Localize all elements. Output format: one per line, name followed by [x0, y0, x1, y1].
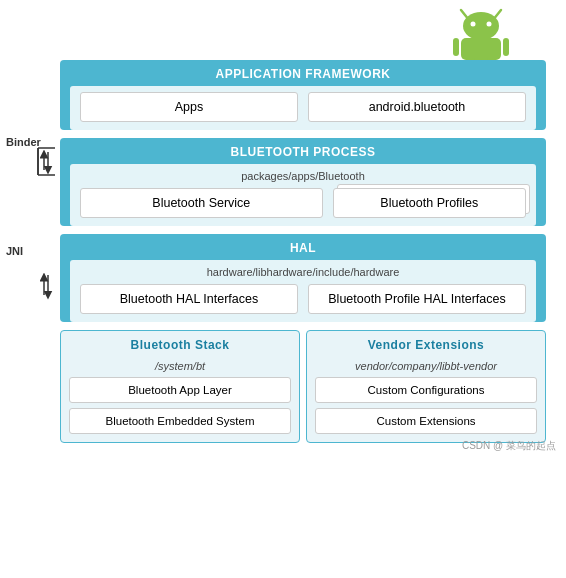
bluetooth-embedded-system-box: Bluetooth Embedded System	[69, 408, 291, 434]
custom-extensions-box: Custom Extensions	[315, 408, 537, 434]
bluetooth-process-section: BLUETOOTH PROCESS packages/apps/Bluetoot…	[60, 138, 546, 226]
hal-section: HAL hardware/libhardware/include/hardwar…	[60, 234, 546, 322]
apps-box: Apps	[80, 92, 298, 122]
bluetooth-service-box: Bluetooth Service	[80, 188, 323, 218]
svg-rect-6	[453, 38, 459, 56]
svg-rect-5	[461, 38, 501, 60]
android-logo	[451, 4, 511, 59]
bluetooth-process-title: BLUETOOTH PROCESS	[60, 138, 546, 164]
app-framework-section: APPLICATION FRAMEWORK Apps android.bluet…	[60, 60, 546, 130]
bluetooth-stack-subtitle: /system/bt	[69, 360, 291, 372]
hal-subtitle: hardware/libhardware/include/hardware	[80, 266, 526, 278]
bluetooth-hal-interfaces-box: Bluetooth HAL Interfaces	[80, 284, 298, 314]
vendor-extensions-subtitle: vendor/company/libbt-vendor	[315, 360, 537, 372]
bottom-sections: Bluetooth Stack /system/bt Bluetooth App…	[60, 330, 546, 443]
bluetooth-profiles-box: Bluetooth Profiles	[333, 188, 526, 218]
app-framework-title: APPLICATION FRAMEWORK	[60, 60, 546, 86]
jni-label: JNI	[6, 245, 23, 257]
bluetooth-profile-hal-box: Bluetooth Profile HAL Interfaces	[308, 284, 526, 314]
custom-configurations-box: Custom Configurations	[315, 377, 537, 403]
android-bluetooth-box: android.bluetooth	[308, 92, 526, 122]
bluetooth-app-layer-box: Bluetooth App Layer	[69, 377, 291, 403]
svg-rect-7	[503, 38, 509, 56]
vendor-extensions-title: Vendor Extensions	[307, 331, 545, 356]
binder-label: Binder	[6, 136, 41, 148]
bluetooth-stack-section: Bluetooth Stack /system/bt Bluetooth App…	[60, 330, 300, 443]
watermark: CSDN @ 菜鸟的起点	[462, 439, 556, 453]
bluetooth-stack-title: Bluetooth Stack	[61, 331, 299, 356]
bluetooth-process-subtitle: packages/apps/Bluetooth	[80, 170, 526, 182]
vendor-extensions-section: Vendor Extensions vendor/company/libbt-v…	[306, 330, 546, 443]
svg-point-2	[463, 12, 499, 40]
bluetooth-profiles-stacked: Bluetooth Profiles	[333, 188, 526, 218]
hal-title: HAL	[60, 234, 546, 260]
svg-point-3	[471, 22, 476, 27]
svg-point-4	[487, 22, 492, 27]
